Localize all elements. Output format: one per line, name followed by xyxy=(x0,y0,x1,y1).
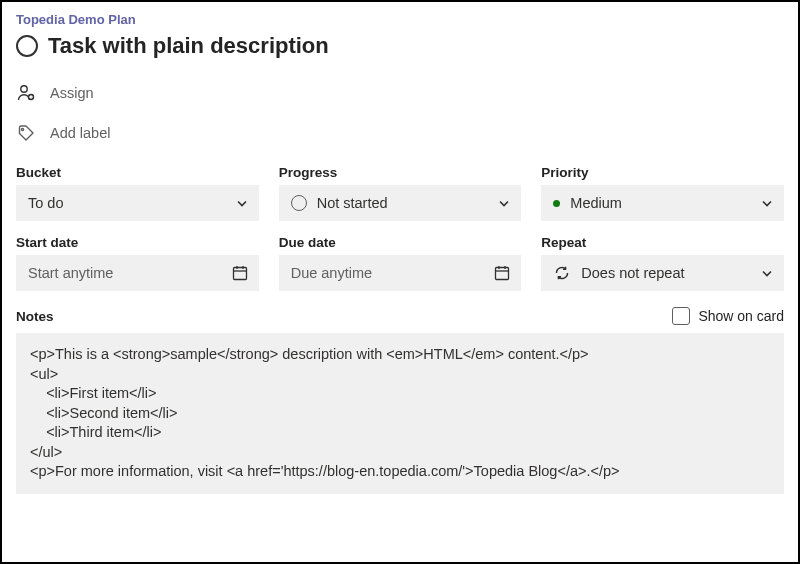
chevron-down-icon xyxy=(760,196,774,210)
status-circle-icon xyxy=(291,195,307,211)
start-date-input[interactable]: Start anytime xyxy=(16,255,259,291)
assign-label: Assign xyxy=(50,85,94,101)
show-on-card-label: Show on card xyxy=(698,308,784,324)
priority-field: Priority Medium xyxy=(541,165,784,221)
start-date-label: Start date xyxy=(16,235,259,250)
task-title[interactable]: Task with plain description xyxy=(48,33,329,59)
calendar-icon xyxy=(231,264,249,282)
repeat-label: Repeat xyxy=(541,235,784,250)
due-date-field: Due date Due anytime xyxy=(279,235,522,291)
progress-field: Progress Not started xyxy=(279,165,522,221)
repeat-field: Repeat Does not repeat xyxy=(541,235,784,291)
chevron-down-icon xyxy=(760,266,774,280)
due-date-placeholder: Due anytime xyxy=(291,265,372,281)
priority-value: Medium xyxy=(570,195,622,211)
start-date-placeholder: Start anytime xyxy=(28,265,113,281)
priority-select[interactable]: Medium xyxy=(541,185,784,221)
start-date-field: Start date Start anytime xyxy=(16,235,259,291)
svg-point-2 xyxy=(21,128,23,130)
notes-textarea[interactable]: <p>This is a <strong>sample</strong> des… xyxy=(16,333,784,494)
label-row[interactable]: Add label xyxy=(16,123,784,143)
due-date-label: Due date xyxy=(279,235,522,250)
fields-grid: Bucket To do Progress Not started xyxy=(16,165,784,291)
progress-label: Progress xyxy=(279,165,522,180)
checkbox-icon xyxy=(672,307,690,325)
repeat-select[interactable]: Does not repeat xyxy=(541,255,784,291)
chevron-down-icon xyxy=(235,196,249,210)
svg-point-0 xyxy=(21,86,27,92)
tag-icon xyxy=(16,123,36,143)
bucket-value: To do xyxy=(28,195,63,211)
bucket-field: Bucket To do xyxy=(16,165,259,221)
chevron-down-icon xyxy=(497,196,511,210)
bucket-select[interactable]: To do xyxy=(16,185,259,221)
svg-rect-3 xyxy=(233,268,246,280)
assign-row[interactable]: Assign xyxy=(16,83,784,103)
svg-rect-4 xyxy=(496,268,509,280)
calendar-icon xyxy=(493,264,511,282)
task-detail-panel: Topedia Demo Plan Task with plain descri… xyxy=(0,0,800,564)
notes-label: Notes xyxy=(16,309,54,324)
priority-dot-icon xyxy=(553,200,560,207)
progress-value: Not started xyxy=(317,195,388,211)
complete-toggle-icon[interactable] xyxy=(16,35,38,57)
notes-header: Notes Show on card xyxy=(16,307,784,325)
add-label-label: Add label xyxy=(50,125,110,141)
bucket-label: Bucket xyxy=(16,165,259,180)
assign-icon xyxy=(16,83,36,103)
progress-select[interactable]: Not started xyxy=(279,185,522,221)
due-date-input[interactable]: Due anytime xyxy=(279,255,522,291)
plan-link[interactable]: Topedia Demo Plan xyxy=(16,12,784,27)
repeat-value: Does not repeat xyxy=(581,265,684,281)
priority-label: Priority xyxy=(541,165,784,180)
repeat-icon xyxy=(553,264,571,282)
title-row: Task with plain description xyxy=(16,33,784,59)
show-on-card-toggle[interactable]: Show on card xyxy=(672,307,784,325)
